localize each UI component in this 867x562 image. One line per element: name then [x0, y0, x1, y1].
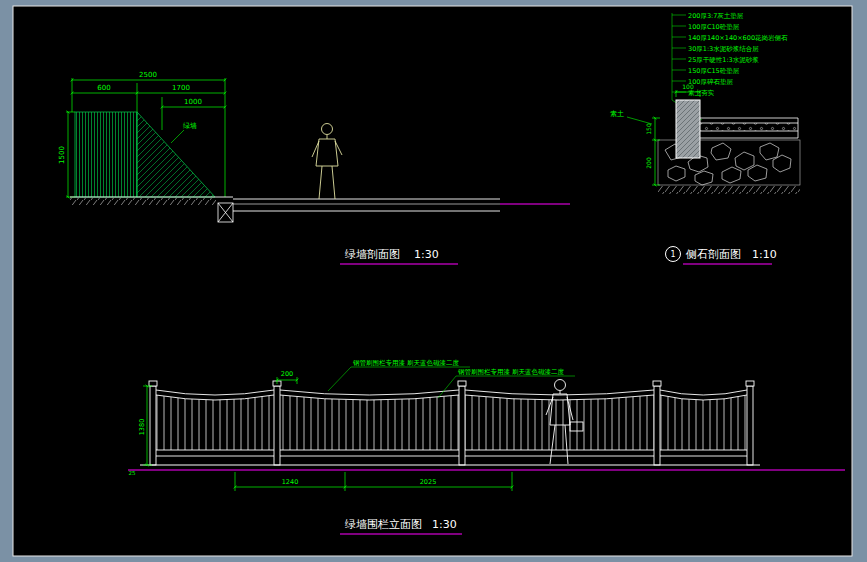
note-line: 100厚碎石垫层: [688, 78, 733, 86]
soil-label: 素土: [610, 110, 624, 118]
cad-viewport: 2500 600 1700 1000 1500 绿墙: [0, 0, 867, 562]
curb-caption: 侧石剖面图: [685, 248, 741, 261]
note-line: 30厚1:3水泥砂浆结合层: [688, 45, 759, 53]
dim-right-seg: 1700: [172, 84, 190, 92]
dim-bay1: 1240: [282, 478, 299, 486]
detail-bubble-number: 1: [670, 250, 675, 259]
note-line: 140厚140×140×600花岗岩侧石: [688, 34, 788, 42]
dim-left-seg: 600: [97, 84, 110, 92]
dim-slope: 1000: [184, 98, 202, 106]
wall-label: 绿墙: [183, 122, 197, 130]
dim-layer-upper: 150: [645, 123, 652, 135]
dim-base: 25: [129, 470, 136, 476]
wall-scale: 1:30: [414, 248, 439, 261]
drawing-canvas[interactable]: [13, 6, 852, 556]
dim-bay2: 2025: [420, 478, 437, 486]
fence-note: 钢管刷围栏专用漆 刷天蓝色磁漆二度: [352, 359, 460, 367]
note-line: 150厚C15砼垫层: [688, 67, 740, 75]
dim-stone-top: 100: [682, 83, 694, 90]
dim-post: 200: [281, 370, 293, 378]
note-line: 200厚3:7灰土垫层: [688, 12, 744, 20]
fence-scale: 1:30: [432, 518, 457, 531]
dim-fence-height: 1380: [138, 419, 146, 436]
dim-height: 1500: [58, 146, 66, 164]
ground-hatch: [70, 198, 216, 205]
green-wall-hatch: [75, 112, 137, 197]
note-line: 素土夯实: [688, 89, 715, 97]
side-stone: [676, 100, 700, 158]
fence-caption: 绿墙围栏立面图: [344, 518, 422, 531]
note-line: 100厚C10砼垫层: [688, 23, 740, 31]
dim-layer-lower: 200: [645, 157, 652, 169]
wall-caption: 绿墙剖面图: [344, 248, 400, 261]
note-line: 25厚干硬性1:3水泥砂浆: [688, 56, 759, 64]
curb-scale: 1:10: [752, 248, 777, 261]
soil-hatch: [658, 186, 800, 194]
dim-total: 2500: [139, 71, 157, 79]
fence-note: 钢管刷围栏专用漆 刷天蓝色磁漆二度: [457, 368, 565, 376]
